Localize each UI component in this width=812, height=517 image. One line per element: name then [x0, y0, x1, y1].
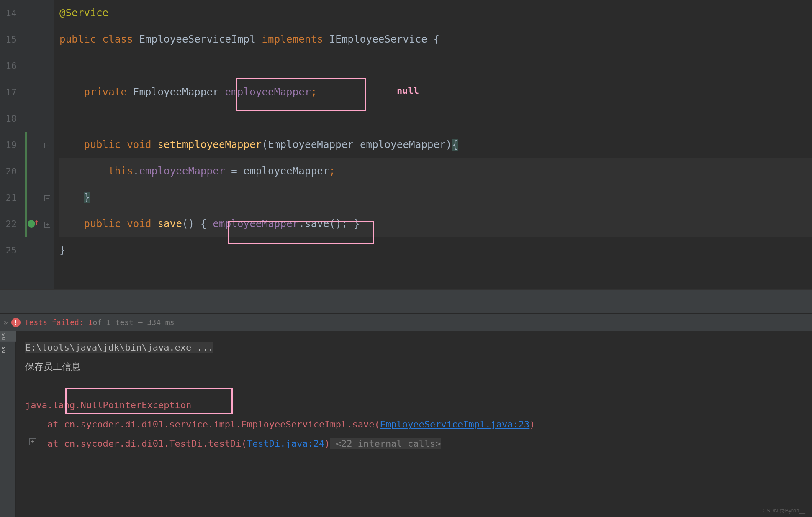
field: employeeMapper: [225, 86, 311, 98]
keyword: void: [127, 139, 152, 151]
test-status-bar: » ! Tests failed: 1 of 1 test – 334 ms: [0, 314, 812, 331]
side-tab[interactable]: ns: [0, 345, 16, 355]
expand-stack-icon[interactable]: +: [29, 438, 36, 445]
override-method-icon[interactable]: [28, 220, 35, 228]
stack-frame: at cn.sycoder.di.di01.service.impl.Emplo…: [25, 415, 805, 434]
keyword: this: [108, 165, 133, 177]
code-line[interactable]: public void save() { employeeMapper.save…: [59, 211, 812, 237]
semicolon: ;: [311, 86, 317, 98]
line-number: 19: [0, 132, 26, 158]
side-tab[interactable]: ns: [0, 331, 16, 342]
keyword: class: [103, 33, 133, 45]
interface-name: IEmployeeService: [329, 33, 427, 45]
line-number: 22: [0, 211, 26, 237]
console-exception: java.lang.NullPointerException: [25, 396, 805, 415]
fold-expand-icon[interactable]: +: [44, 222, 50, 228]
code-line[interactable]: @Service: [59, 0, 812, 26]
param: employeeMapper: [360, 139, 446, 151]
tests-failed-label: Tests failed:: [25, 318, 84, 327]
type: EmployeeMapper: [268, 139, 354, 151]
line-number: 17: [0, 79, 26, 105]
console-command: E:\tools\java\jdk\bin\java.exe ...: [25, 342, 213, 353]
keyword: implements: [262, 33, 323, 45]
console-blank: [25, 376, 805, 396]
code-line[interactable]: }: [59, 237, 812, 264]
keyword: public: [84, 218, 121, 230]
code-line[interactable]: [59, 53, 812, 79]
test-fail-icon: !: [11, 318, 21, 327]
code-line[interactable]: public void setEmployeeMapper(EmployeeMa…: [59, 132, 812, 158]
gutter-icons: − − +: [26, 0, 54, 264]
console-stdout: 保存员工信息: [25, 357, 805, 376]
fold-collapse-icon[interactable]: −: [44, 143, 50, 148]
line-numbers: 14 15 16 17 18 19 20 21 22 25: [0, 0, 26, 264]
source-link[interactable]: TestDi.java:24: [247, 438, 324, 449]
stack-text: at cn.sycoder.di.di01.service.impl.Emplo…: [25, 419, 380, 430]
annotation: @Service: [59, 7, 108, 19]
line-number: 14: [0, 0, 26, 26]
brace: }: [59, 244, 66, 256]
code-line[interactable]: }: [59, 184, 812, 211]
method-call: save: [305, 218, 329, 230]
operator: =: [225, 165, 244, 177]
stack-text: ): [529, 419, 535, 430]
code-editor[interactable]: 14 15 16 17 18 19 20 21 22 25 − − +: [0, 0, 812, 289]
identifier: employeeMapper: [244, 165, 329, 177]
dot: .: [133, 165, 139, 177]
line-number: 20: [0, 158, 26, 184]
watermark: CSDN @Byron__: [763, 507, 805, 514]
line-number: 18: [0, 105, 26, 132]
brace: {: [200, 218, 207, 230]
parens: (): [182, 218, 194, 230]
dot: .: [298, 218, 305, 230]
paren: (: [262, 139, 268, 151]
class-name: EmployeeServiceImpl: [139, 33, 255, 45]
method: setEmployeeMapper: [157, 139, 262, 151]
brace: {: [434, 33, 440, 45]
chevrons-icon: »: [3, 318, 8, 327]
brace: }: [354, 218, 360, 230]
semicolon: ;: [329, 165, 336, 177]
source-link[interactable]: EmployeeServiceImpl.java:23: [380, 419, 530, 430]
keyword: public: [84, 139, 121, 151]
console-output[interactable]: E:\tools\java\jdk\bin\java.exe ... 保存员工信…: [16, 331, 812, 517]
stack-frame: at cn.sycoder.di.di01.TestDi.testDi(Test…: [25, 434, 805, 453]
code-line[interactable]: this.employeeMapper = employeeMapper;: [59, 158, 812, 184]
tests-failed-count: 1: [88, 318, 93, 327]
code-area[interactable]: @Service public class EmployeeServiceImp…: [54, 0, 812, 289]
brace: }: [84, 192, 90, 203]
panel-divider[interactable]: [0, 289, 812, 314]
stack-text: at cn.sycoder.di.di01.TestDi.testDi(: [25, 438, 247, 449]
keyword: private: [84, 86, 127, 98]
line-number: 15: [0, 26, 26, 53]
console-panel: ns ns E:\tools\java\jdk\bin\java.exe ...…: [0, 331, 812, 517]
line-number: 21: [0, 184, 26, 211]
brace: {: [452, 139, 458, 151]
parens: ();: [329, 218, 348, 230]
editor-gutter: 14 15 16 17 18 19 20 21 22 25 − − +: [0, 0, 54, 289]
code-line[interactable]: public class EmployeeServiceImpl impleme…: [59, 26, 812, 53]
field: employeeMapper: [213, 218, 298, 230]
code-line[interactable]: private EmployeeMapper employeeMapper;: [59, 79, 812, 105]
field: employeeMapper: [139, 165, 225, 177]
null-annotation: null: [397, 85, 419, 96]
keyword: public: [59, 33, 96, 45]
fold-collapse-icon[interactable]: −: [44, 195, 50, 201]
keyword: void: [127, 218, 152, 230]
tests-failed-rest: of 1 test – 334 ms: [93, 318, 174, 327]
internal-calls[interactable]: <22 internal calls>: [330, 438, 441, 449]
line-number: 16: [0, 53, 26, 79]
paren: ): [446, 139, 452, 151]
line-number: 25: [0, 237, 26, 264]
tool-window-tabs: ns ns: [0, 331, 16, 517]
code-line[interactable]: [59, 105, 812, 132]
stack-text: ): [324, 438, 330, 449]
type: EmployeeMapper: [133, 86, 219, 98]
method: save: [157, 218, 182, 230]
